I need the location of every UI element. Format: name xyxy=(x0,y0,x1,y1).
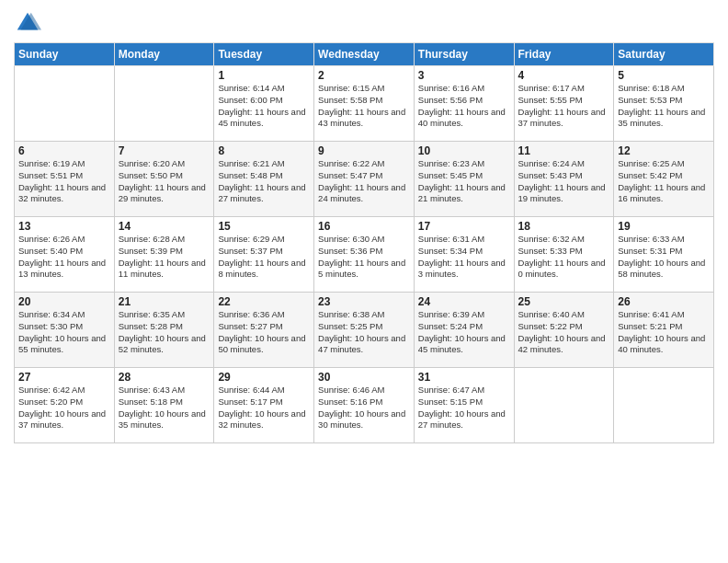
day-number: 9 xyxy=(318,144,410,157)
calendar-week-row: 6Sunrise: 6:19 AMSunset: 5:51 PMDaylight… xyxy=(15,142,714,217)
calendar-cell xyxy=(614,368,714,443)
day-info: Sunrise: 6:41 AMSunset: 5:21 PMDaylight:… xyxy=(618,309,710,356)
calendar-cell xyxy=(15,66,115,142)
day-number: 13 xyxy=(18,220,110,233)
calendar-cell: 18Sunrise: 6:32 AMSunset: 5:33 PMDayligh… xyxy=(514,217,614,293)
day-number: 21 xyxy=(119,295,210,308)
calendar-cell: 22Sunrise: 6:36 AMSunset: 5:27 PMDayligh… xyxy=(214,293,314,368)
day-number: 27 xyxy=(18,371,110,384)
calendar-cell: 30Sunrise: 6:46 AMSunset: 5:16 PMDayligh… xyxy=(314,368,415,443)
day-info: Sunrise: 6:21 AMSunset: 5:48 PMDaylight:… xyxy=(218,158,310,205)
day-number: 31 xyxy=(418,371,510,384)
calendar-cell xyxy=(514,368,614,443)
day-number: 11 xyxy=(518,144,610,157)
day-number: 8 xyxy=(218,144,310,157)
day-info: Sunrise: 6:30 AMSunset: 5:36 PMDaylight:… xyxy=(318,234,410,281)
calendar-cell: 29Sunrise: 6:44 AMSunset: 5:17 PMDayligh… xyxy=(214,368,314,443)
weekday-header: Sunday xyxy=(15,43,115,66)
calendar-week-row: 13Sunrise: 6:26 AMSunset: 5:40 PMDayligh… xyxy=(15,217,714,293)
day-number: 6 xyxy=(18,144,110,157)
day-number: 22 xyxy=(218,295,310,308)
calendar-cell: 17Sunrise: 6:31 AMSunset: 5:34 PMDayligh… xyxy=(414,217,514,293)
calendar-cell: 31Sunrise: 6:47 AMSunset: 5:15 PMDayligh… xyxy=(414,368,514,443)
calendar-cell: 8Sunrise: 6:21 AMSunset: 5:48 PMDaylight… xyxy=(214,142,314,217)
day-number: 28 xyxy=(119,371,210,384)
calendar-cell: 24Sunrise: 6:39 AMSunset: 5:24 PMDayligh… xyxy=(414,293,514,368)
day-info: Sunrise: 6:34 AMSunset: 5:30 PMDaylight:… xyxy=(18,309,110,356)
calendar-cell: 19Sunrise: 6:33 AMSunset: 5:31 PMDayligh… xyxy=(614,217,714,293)
calendar-cell: 9Sunrise: 6:22 AMSunset: 5:47 PMDaylight… xyxy=(314,142,415,217)
calendar-cell: 27Sunrise: 6:42 AMSunset: 5:20 PMDayligh… xyxy=(15,368,115,443)
calendar-cell: 1Sunrise: 6:14 AMSunset: 6:00 PMDaylight… xyxy=(214,66,314,142)
calendar-header-row: SundayMondayTuesdayWednesdayThursdayFrid… xyxy=(15,43,714,66)
day-number: 17 xyxy=(418,220,510,233)
calendar-cell: 12Sunrise: 6:25 AMSunset: 5:42 PMDayligh… xyxy=(614,142,714,217)
day-number: 25 xyxy=(518,295,610,308)
weekday-header: Monday xyxy=(114,43,214,66)
logo-icon xyxy=(14,9,41,37)
weekday-header: Thursday xyxy=(414,43,514,66)
day-info: Sunrise: 6:40 AMSunset: 5:22 PMDaylight:… xyxy=(518,309,610,356)
calendar-cell: 20Sunrise: 6:34 AMSunset: 5:30 PMDayligh… xyxy=(15,293,115,368)
weekday-header: Friday xyxy=(514,43,614,66)
calendar-cell: 11Sunrise: 6:24 AMSunset: 5:43 PMDayligh… xyxy=(514,142,614,217)
calendar-cell: 5Sunrise: 6:18 AMSunset: 5:53 PMDaylight… xyxy=(614,66,714,142)
calendar-cell: 15Sunrise: 6:29 AMSunset: 5:37 PMDayligh… xyxy=(214,217,314,293)
day-number: 2 xyxy=(318,69,410,82)
day-info: Sunrise: 6:24 AMSunset: 5:43 PMDaylight:… xyxy=(518,158,610,205)
day-number: 15 xyxy=(218,220,310,233)
day-number: 18 xyxy=(518,220,610,233)
calendar-cell: 16Sunrise: 6:30 AMSunset: 5:36 PMDayligh… xyxy=(314,217,415,293)
day-number: 12 xyxy=(618,144,710,157)
calendar-cell xyxy=(114,66,214,142)
calendar: SundayMondayTuesdayWednesdayThursdayFrid… xyxy=(14,42,714,443)
day-number: 19 xyxy=(618,220,710,233)
day-info: Sunrise: 6:36 AMSunset: 5:27 PMDaylight:… xyxy=(218,309,310,356)
day-number: 26 xyxy=(618,295,710,308)
weekday-header: Wednesday xyxy=(314,43,415,66)
calendar-cell: 26Sunrise: 6:41 AMSunset: 5:21 PMDayligh… xyxy=(614,293,714,368)
day-info: Sunrise: 6:23 AMSunset: 5:45 PMDaylight:… xyxy=(418,158,510,205)
day-info: Sunrise: 6:31 AMSunset: 5:34 PMDaylight:… xyxy=(418,234,510,281)
day-info: Sunrise: 6:44 AMSunset: 5:17 PMDaylight:… xyxy=(218,385,310,431)
day-info: Sunrise: 6:39 AMSunset: 5:24 PMDaylight:… xyxy=(418,309,510,356)
day-number: 3 xyxy=(418,69,510,82)
day-number: 4 xyxy=(518,69,610,82)
day-info: Sunrise: 6:19 AMSunset: 5:51 PMDaylight:… xyxy=(18,158,110,205)
day-info: Sunrise: 6:46 AMSunset: 5:16 PMDaylight:… xyxy=(318,385,410,431)
weekday-header: Tuesday xyxy=(214,43,314,66)
calendar-cell: 2Sunrise: 6:15 AMSunset: 5:58 PMDaylight… xyxy=(314,66,415,142)
calendar-cell: 13Sunrise: 6:26 AMSunset: 5:40 PMDayligh… xyxy=(15,217,115,293)
day-number: 7 xyxy=(119,144,210,157)
calendar-week-row: 1Sunrise: 6:14 AMSunset: 6:00 PMDaylight… xyxy=(15,66,714,142)
calendar-cell: 7Sunrise: 6:20 AMSunset: 5:50 PMDaylight… xyxy=(114,142,214,217)
day-number: 5 xyxy=(618,69,710,82)
calendar-cell: 21Sunrise: 6:35 AMSunset: 5:28 PMDayligh… xyxy=(114,293,214,368)
calendar-cell: 6Sunrise: 6:19 AMSunset: 5:51 PMDaylight… xyxy=(15,142,115,217)
calendar-cell: 23Sunrise: 6:38 AMSunset: 5:25 PMDayligh… xyxy=(314,293,415,368)
day-number: 1 xyxy=(218,69,310,82)
day-info: Sunrise: 6:15 AMSunset: 5:58 PMDaylight:… xyxy=(318,83,410,130)
page: SundayMondayTuesdayWednesdayThursdayFrid… xyxy=(0,0,728,563)
day-number: 29 xyxy=(218,371,310,384)
calendar-week-row: 20Sunrise: 6:34 AMSunset: 5:30 PMDayligh… xyxy=(15,293,714,368)
day-number: 30 xyxy=(318,371,410,384)
logo xyxy=(14,9,45,37)
day-info: Sunrise: 6:29 AMSunset: 5:37 PMDaylight:… xyxy=(218,234,310,281)
calendar-week-row: 27Sunrise: 6:42 AMSunset: 5:20 PMDayligh… xyxy=(15,368,714,443)
day-number: 10 xyxy=(418,144,510,157)
calendar-cell: 25Sunrise: 6:40 AMSunset: 5:22 PMDayligh… xyxy=(514,293,614,368)
day-info: Sunrise: 6:47 AMSunset: 5:15 PMDaylight:… xyxy=(418,385,510,431)
day-info: Sunrise: 6:14 AMSunset: 6:00 PMDaylight:… xyxy=(218,83,310,130)
calendar-cell: 28Sunrise: 6:43 AMSunset: 5:18 PMDayligh… xyxy=(114,368,214,443)
day-info: Sunrise: 6:35 AMSunset: 5:28 PMDaylight:… xyxy=(119,309,210,356)
day-info: Sunrise: 6:25 AMSunset: 5:42 PMDaylight:… xyxy=(618,158,710,205)
day-number: 16 xyxy=(318,220,410,233)
day-number: 14 xyxy=(119,220,210,233)
day-number: 24 xyxy=(418,295,510,308)
day-info: Sunrise: 6:20 AMSunset: 5:50 PMDaylight:… xyxy=(119,158,210,205)
calendar-cell: 14Sunrise: 6:28 AMSunset: 5:39 PMDayligh… xyxy=(114,217,214,293)
weekday-header: Saturday xyxy=(614,43,714,66)
day-info: Sunrise: 6:32 AMSunset: 5:33 PMDaylight:… xyxy=(518,234,610,281)
day-info: Sunrise: 6:28 AMSunset: 5:39 PMDaylight:… xyxy=(119,234,210,281)
